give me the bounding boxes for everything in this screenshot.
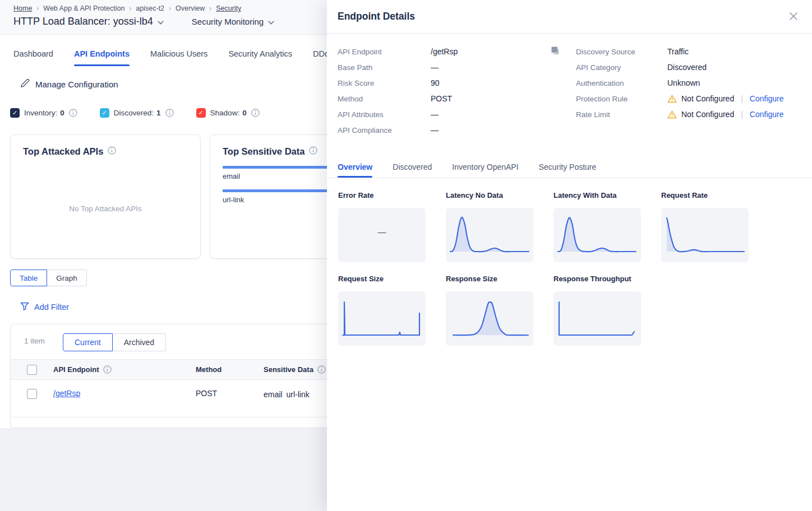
tab-security-analytics[interactable]: Security Analytics [228, 41, 292, 66]
details-left-column: API Endpoint/getRspBase Path—Risk Score9… [338, 44, 576, 138]
breadcrumb: Home›Web App & API Protection›apisec-t2›… [13, 4, 241, 12]
add-filter-label: Add Filter [34, 303, 69, 312]
detail-label: Rate Limit [576, 110, 667, 119]
detail-row: Discovery SourceTraffic [576, 44, 801, 59]
view-graph-button[interactable]: Graph [47, 270, 87, 286]
chart-title: Error Rate [338, 191, 426, 199]
chart-block: Error Rate— [338, 191, 426, 262]
select-all-checkbox[interactable] [27, 365, 37, 375]
chart-card [338, 291, 426, 346]
detail-row: AuthenticationUnknown [576, 75, 801, 91]
detail-row: Rate LimitNot Configured|Configure [576, 106, 801, 122]
chevron-down-icon[interactable] [268, 17, 274, 27]
panel-tab-inventory-openapi[interactable]: Inventory OpenAPI [452, 162, 518, 178]
manage-configuration-button[interactable]: Manage Configuration [20, 78, 118, 90]
page-tab-bar: DashboardAPI EndpointsMalicious UsersSec… [13, 41, 335, 66]
panel-tabs-divider [327, 178, 812, 178]
detail-value: — [431, 63, 439, 72]
sensitive-data-value: url-link [286, 389, 309, 400]
legend-count: 0 [242, 109, 247, 117]
detail-row: API Compliance— [338, 122, 576, 138]
divider: | [741, 110, 743, 119]
detail-value-text: Not Configured [681, 110, 734, 119]
detail-label: Risk Score [338, 79, 431, 87]
chart-block: Request Size [338, 275, 426, 346]
info-icon[interactable] [108, 146, 116, 156]
view-table-button[interactable]: Table [10, 270, 47, 286]
detail-value: Discovered [667, 63, 707, 72]
breadcrumb-separator-icon: › [129, 4, 131, 12]
row-checkbox-cell [11, 389, 53, 399]
detail-label: Protection Rule [576, 95, 667, 103]
page-title: HTTP Load Balancer: yossi-lb4 [13, 16, 153, 27]
column-header: Sensitive Data [264, 365, 326, 374]
detail-label: API Attributes [338, 110, 431, 119]
breadcrumb-item[interactable]: Home [13, 4, 32, 12]
chart-card [661, 208, 749, 262]
chevron-down-icon[interactable] [158, 17, 164, 27]
method-cell: POST [196, 389, 264, 398]
chart-card [553, 291, 641, 346]
info-icon[interactable] [317, 365, 326, 374]
breadcrumb-item[interactable]: Security [216, 4, 241, 12]
legend-checkbox[interactable]: ✓ [10, 108, 20, 118]
breadcrumb-separator-icon: › [209, 4, 211, 12]
close-icon[interactable] [790, 12, 797, 20]
add-filter-button[interactable]: Add Filter [20, 302, 69, 312]
detail-value: — [431, 126, 439, 134]
detail-value: Unknown [667, 78, 700, 87]
copy-icon[interactable] [551, 46, 560, 55]
details-right-column: Discovery SourceTrafficAPI CategoryDisco… [576, 44, 801, 138]
info-icon[interactable] [309, 146, 317, 156]
chart-title: Latency With Data [553, 191, 641, 199]
legend-item: ✓Shadow: 0 [196, 108, 260, 118]
detail-value: Traffic [667, 47, 689, 56]
chart-block: Response Throughput [553, 275, 641, 346]
warning-icon [667, 95, 677, 103]
legend-checkbox[interactable]: ✓ [196, 108, 206, 118]
column-header: API Endpoint [53, 365, 196, 374]
legend-label: Discovered: [114, 109, 154, 117]
row-checkbox[interactable] [27, 389, 37, 399]
detail-value: — [431, 110, 439, 119]
panel-tab-overview[interactable]: Overview [338, 162, 372, 178]
endpoint-link[interactable]: /getRsp [53, 389, 80, 398]
legend-item: ✓Discovered: 1 [100, 108, 174, 118]
column-header: Method [196, 365, 264, 374]
info-icon[interactable] [309, 146, 317, 157]
legend-count: 1 [156, 109, 161, 117]
detail-row: Protection RuleNot Configured|Configure [576, 91, 801, 106]
monitoring-select[interactable]: Security Monitoring [192, 17, 264, 26]
info-icon[interactable] [69, 109, 77, 117]
panel-tab-discovered[interactable]: Discovered [393, 162, 432, 178]
info-icon[interactable] [103, 365, 112, 374]
detail-value-text: Not Configured [681, 94, 734, 103]
configure-link[interactable]: Configure [750, 94, 784, 103]
configure-link[interactable]: Configure [750, 110, 784, 119]
detail-row: API Attributes— [338, 106, 576, 122]
chart-title: Latency No Data [446, 191, 533, 199]
no-data-dash: — [378, 227, 386, 236]
tab-api-endpoints[interactable]: API Endpoints [74, 41, 130, 66]
legend-checkbox[interactable]: ✓ [100, 108, 109, 118]
panel-header: Endpoint Details [327, 0, 812, 34]
breadcrumb-item[interactable]: Overview [176, 4, 205, 12]
tab-dashboard[interactable]: Dashboard [13, 41, 53, 66]
info-icon[interactable] [165, 109, 174, 117]
legend-item: ✓Inventory: 0 [10, 108, 77, 118]
filter-funnel-icon [20, 302, 29, 312]
tab-malicious-users[interactable]: Malicious Users [150, 41, 207, 66]
sensitive-data-value: email [264, 389, 282, 400]
detail-label: API Compliance [338, 126, 431, 134]
state-current-button[interactable]: Current [63, 333, 113, 351]
charts-row-2: Request SizeResponse SizeResponse Throug… [338, 275, 812, 346]
detail-label: API Category [576, 63, 667, 72]
breadcrumb-item[interactable]: apisec-t2 [136, 4, 164, 12]
metrics-charts: Error Rate—Latency No DataLatency With D… [338, 191, 812, 358]
top-sensitive-title: Top Sensitive Data [223, 146, 304, 157]
breadcrumb-item[interactable]: Web App & API Protection [43, 4, 124, 12]
info-icon[interactable] [108, 146, 116, 157]
info-icon[interactable] [251, 109, 260, 117]
panel-tab-security-posture[interactable]: Security Posture [539, 162, 597, 178]
state-archived-button[interactable]: Archived [113, 333, 166, 351]
